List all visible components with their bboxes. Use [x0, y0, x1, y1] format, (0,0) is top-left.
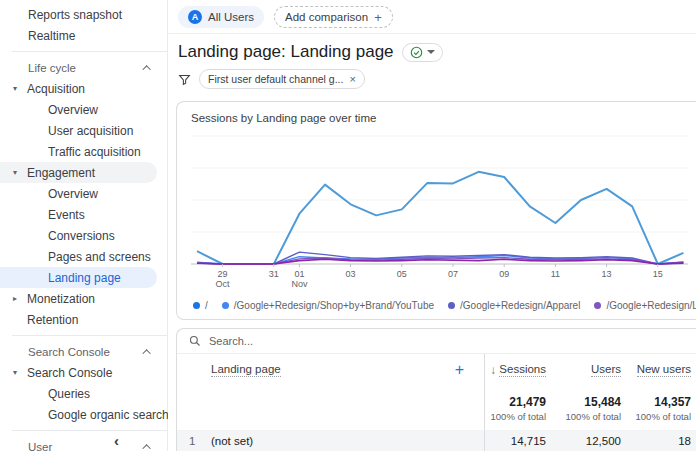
sidebar-item-label: Monetization [27, 292, 95, 306]
sidebar-item-engagement[interactable]: ▾Engagement [0, 162, 157, 183]
sidebar-item-google-organic-search-traf-[interactable]: Google organic search traf... [0, 404, 167, 425]
report-title-row: Landing page: Landing page [168, 34, 696, 64]
sidebar-item-overview[interactable]: Overview [0, 183, 167, 204]
filter-bar: First user default channel g... × [168, 64, 696, 89]
sidebar-item-label: Events [48, 208, 85, 222]
expand-arrow-icon[interactable]: ▾ [13, 168, 27, 177]
expand-arrow-icon[interactable]: ▾ [13, 368, 27, 377]
comparison-avatar-icon: A [188, 10, 202, 24]
sidebar-item-queries[interactable]: Queries [0, 383, 167, 404]
report-status-dropdown[interactable] [402, 43, 443, 62]
sidebar-item-user-acquisition[interactable]: User acquisition [0, 120, 167, 141]
svg-text:Nov: Nov [291, 279, 308, 289]
new-users-cell: 18 [629, 430, 696, 451]
sidebar-item-conversions[interactable]: Conversions [0, 225, 167, 246]
sidebar-item-traffic-acquisition[interactable]: Traffic acquisition [0, 141, 167, 162]
chevron-down-icon [427, 50, 435, 54]
sidebar-item-label: User acquisition [48, 124, 133, 138]
active-filter-chip[interactable]: First user default channel g... × [199, 69, 365, 89]
sessions-cell: 14,715 [484, 430, 554, 451]
new-users-header[interactable]: New users [637, 363, 691, 377]
new-users-total-sub: 100% of total [636, 411, 691, 422]
sidebar-item-reports-snapshot[interactable]: Reports snapshot [0, 4, 167, 25]
sidebar-item-realtime[interactable]: Realtime [0, 25, 167, 46]
users-header-cell: Users [554, 354, 629, 386]
svg-text:11: 11 [551, 269, 560, 279]
sessions-line-chart[interactable]: 29Oct3101Nov03050709111315 [191, 128, 688, 294]
sessions-total: 21,479 [509, 395, 546, 409]
expand-arrow-icon[interactable]: ▾ [13, 84, 27, 93]
chevron-up-icon[interactable] [142, 349, 150, 357]
remove-filter-icon[interactable]: × [349, 73, 355, 85]
svg-text:15: 15 [653, 269, 663, 279]
sidebar-item-monetization[interactable]: ▸Monetization [0, 288, 167, 309]
sidebar-item-label: Conversions [48, 229, 115, 243]
collapse-sidebar-icon[interactable]: ‹ [114, 432, 119, 449]
sidebar-item-label: Search Console [27, 366, 112, 380]
legend-dot-icon [448, 302, 455, 309]
sidebar-item-search-console[interactable]: ▾Search Console [0, 362, 167, 383]
sidebar-item-overview[interactable]: Overview [0, 99, 167, 120]
sidebar-item-label: Queries [48, 387, 90, 401]
add-comparison-button[interactable]: Add comparison + [274, 6, 393, 28]
legend-label: /Google+Redesign/Shop+by+Brand/YouTube [234, 300, 434, 311]
sessions-chart-card: Sessions by Landing page over time 29Oct… [176, 101, 696, 320]
table-header-row: Landing page + ↓ Sessions Users New user… [177, 354, 696, 386]
sidebar-item-life-cycle: Life cycle [0, 57, 167, 78]
sidebar-item-label: Overview [48, 103, 98, 117]
index-header [177, 354, 211, 386]
sidebar-item-label: Overview [48, 187, 98, 201]
chevron-up-icon[interactable] [142, 444, 150, 451]
users-cell: 12,500 [554, 430, 629, 451]
legend-item[interactable]: /Google+Redesign/Apparel [448, 300, 580, 311]
page-title: Landing page: Landing page [178, 42, 394, 62]
sidebar-item-label: Reports snapshot [28, 8, 122, 22]
sort-descending-icon: ↓ [491, 364, 497, 376]
report-nav-sidebar: Reports snapshotRealtimeLife cycle▾Acqui… [0, 0, 168, 451]
sidebar-item-label: Landing page [48, 271, 121, 285]
collapse-arrow-icon[interactable]: ▸ [13, 294, 27, 303]
legend-item[interactable]: / [193, 300, 208, 311]
plus-icon: + [374, 10, 382, 25]
dimension-header: Landing page + [211, 354, 484, 386]
users-header[interactable]: Users [591, 363, 621, 377]
sidebar-item-pages-and-screens[interactable]: Pages and screens [0, 246, 167, 267]
table-row: 1(not set)14,71512,50018 [177, 430, 696, 451]
legend-item[interactable]: /Google+Redesign/Shop+by+Brand/YouTube [222, 300, 434, 311]
sidebar-items: Reports snapshotRealtimeLife cycle▾Acqui… [0, 4, 167, 451]
users-total-sub: 100% of total [566, 411, 621, 422]
svg-text:01: 01 [294, 269, 304, 279]
sidebar-item-label: User [28, 441, 52, 451]
table-totals-row: 21,479 100% of total 15,484 100% of tota… [177, 386, 696, 430]
sidebar-item-label: Search Console [28, 346, 110, 358]
svg-text:05: 05 [397, 269, 407, 279]
sessions-header[interactable]: Sessions [499, 363, 546, 377]
legend-dot-icon [193, 302, 200, 309]
main-content: A All Users Add comparison + Landing pag… [168, 0, 696, 451]
sidebar-item-label: Traffic acquisition [48, 145, 141, 159]
sidebar-item-landing-page[interactable]: Landing page [0, 267, 157, 288]
users-total: 15,484 [584, 395, 621, 409]
svg-text:31: 31 [269, 269, 279, 279]
legend-label: / [205, 300, 208, 311]
comparison-bar: A All Users Add comparison + [168, 0, 696, 34]
row-index: 1 [177, 430, 211, 451]
sidebar-item-label: Realtime [28, 29, 75, 43]
sidebar-item-retention[interactable]: Retention [0, 309, 167, 330]
legend-label: /Google+Redesign/Lifestyle/Bags [606, 300, 696, 311]
filter-funnel-icon[interactable] [178, 73, 191, 86]
sidebar-item-label: Retention [27, 313, 78, 327]
sidebar-item-acquisition[interactable]: ▾Acquisition [0, 78, 167, 99]
landing-page-header[interactable]: Landing page [211, 363, 281, 377]
chevron-up-icon[interactable] [142, 65, 150, 73]
svg-text:Oct: Oct [216, 279, 231, 289]
legend-item[interactable]: /Google+Redesign/Lifestyle/Bags [594, 300, 696, 311]
table-search-input[interactable] [209, 335, 409, 347]
all-users-chip[interactable]: A All Users [178, 6, 264, 28]
sidebar-item-events[interactable]: Events [0, 204, 167, 225]
svg-text:29: 29 [218, 269, 228, 279]
add-column-button[interactable]: + [455, 361, 464, 379]
ga4-landing-page-report: Reports snapshotRealtimeLife cycle▾Acqui… [0, 0, 696, 451]
sidebar-item-label: Life cycle [28, 62, 76, 74]
svg-text:09: 09 [499, 269, 509, 279]
